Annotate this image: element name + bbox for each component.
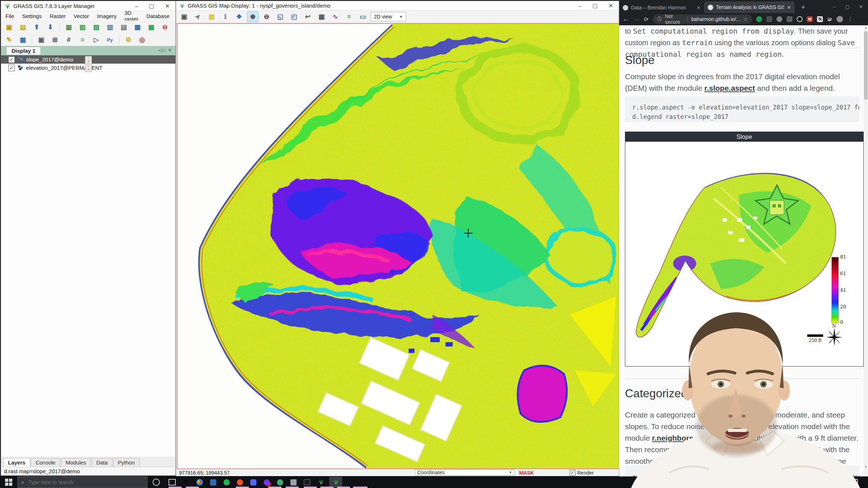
refresh-icon[interactable]: ⟳ bbox=[644, 16, 648, 23]
add-raster-icon[interactable]: ▦ bbox=[63, 22, 75, 33]
puzzle-extensions-icon[interactable]: 🧩︎ bbox=[827, 16, 832, 22]
tab-layers[interactable]: Layers bbox=[3, 458, 30, 467]
pan-icon[interactable]: ❖ bbox=[233, 11, 245, 22]
create-histogram-icon[interactable]: ▭ bbox=[357, 11, 369, 22]
notion-extension-icon[interactable]: N bbox=[817, 16, 823, 22]
zoom-in-icon[interactable]: ⊕ bbox=[247, 11, 259, 22]
gray-extension-icon[interactable] bbox=[776, 16, 782, 22]
add-vector-icon[interactable]: ▧ bbox=[90, 22, 102, 33]
close-icon[interactable]: ✕ bbox=[165, 3, 170, 9]
new-workspace-icon[interactable]: ▤ bbox=[17, 22, 29, 33]
browser-close-icon[interactable]: ✕ bbox=[859, 4, 863, 9]
forward-icon[interactable]: → bbox=[633, 16, 639, 23]
pointer-icon[interactable]: ➤ bbox=[190, 9, 206, 25]
script-icon[interactable]: ≡ bbox=[77, 34, 88, 45]
menu-settings[interactable]: Settings bbox=[22, 13, 42, 19]
taskbar-search[interactable]: ⌕ bbox=[17, 476, 148, 488]
menu-database[interactable]: Database bbox=[146, 13, 170, 19]
windows-start-icon[interactable] bbox=[5, 479, 12, 486]
browser-tab-active[interactable]: Terrain Analysis in GRASS GIS – B ✕ bbox=[704, 1, 795, 13]
select-features-icon[interactable]: ▨ bbox=[206, 11, 217, 22]
browser-minimize-icon[interactable]: – bbox=[833, 4, 836, 9]
layer-row-elevation[interactable]: ✓ elevation_2017@PERMANENT ▫▪ bbox=[1, 64, 175, 72]
search-input[interactable] bbox=[28, 479, 138, 485]
profile-avatar[interactable] bbox=[837, 16, 843, 22]
map-display-titlebar[interactable]: GRASS GIS Map Display: 1 - nyspf_govenor… bbox=[176, 1, 619, 10]
spotify-icon[interactable] bbox=[224, 479, 230, 485]
menu-raster[interactable]: Raster bbox=[50, 13, 65, 19]
green-extension-icon[interactable] bbox=[756, 16, 762, 22]
layer-checkbox[interactable]: ✓ bbox=[8, 56, 15, 63]
tab-close-icon[interactable]: ✕ bbox=[787, 5, 791, 10]
layer-manager-titlebar[interactable]: GRASS GIS 7.8.3 Layer Manager – ▢ ✕ bbox=[1, 1, 175, 11]
layer-checkbox[interactable]: ✓ bbox=[8, 65, 15, 71]
shield-extension-icon[interactable] bbox=[766, 16, 772, 22]
new-tab-icon[interactable]: ＋ bbox=[800, 2, 807, 12]
attribute-table-icon[interactable]: ▦ bbox=[17, 34, 29, 45]
browser-tab-inactive[interactable]: Data – Brendan Harmon ✕ bbox=[619, 2, 704, 13]
bookmark-star-icon[interactable]: ☆ bbox=[743, 16, 748, 22]
raster-map-calculator-icon[interactable]: ▣ bbox=[35, 34, 47, 45]
mapswipe-icon[interactable]: ▷ bbox=[90, 34, 102, 45]
cortana-icon[interactable] bbox=[153, 479, 160, 486]
maximize-icon[interactable]: ▢ bbox=[149, 3, 154, 9]
grass-gis-taskbar-icon-active[interactable] bbox=[329, 477, 342, 488]
view-mode-select[interactable]: 2D view▼ bbox=[371, 12, 406, 21]
layer-opacity-button[interactable]: ▫▪ bbox=[85, 64, 92, 72]
back-icon[interactable]: ← bbox=[623, 16, 629, 23]
tab-python[interactable]: Python bbox=[113, 458, 140, 467]
kebab-menu-icon[interactable]: ⋮ bbox=[847, 16, 853, 22]
add-vector-misc-icon[interactable]: ▨ bbox=[104, 22, 116, 33]
help-lifering-icon[interactable]: ◎ bbox=[136, 34, 148, 45]
discord-icon[interactable] bbox=[250, 479, 256, 485]
graphical-modeler-icon[interactable]: ⊞ bbox=[49, 34, 61, 45]
edit-vector-icon[interactable]: ✎ bbox=[3, 34, 15, 45]
menu-file[interactable]: File bbox=[5, 13, 14, 19]
analyze-map-icon[interactable]: ∿ bbox=[329, 11, 341, 22]
georectifier-icon[interactable]: # bbox=[63, 34, 75, 45]
tab-modules[interactable]: Modules bbox=[61, 458, 91, 467]
scroll-down-icon[interactable]: ▼ bbox=[864, 465, 867, 468]
add-group-icon[interactable]: ▤ bbox=[118, 22, 129, 33]
tab-nav-icons[interactable]: ◁ ▷ ✕ bbox=[158, 47, 172, 53]
menu-3draster[interactable]: 3D raster bbox=[124, 10, 138, 22]
open-workspace-icon[interactable]: ⬆ bbox=[31, 22, 42, 33]
render-display-icon[interactable]: ▣ bbox=[178, 11, 190, 22]
new-display-icon[interactable]: ▣ bbox=[3, 22, 15, 33]
return-zoom-icon[interactable]: ↩ bbox=[302, 11, 314, 22]
add-overlay-icon[interactable]: ▦ bbox=[145, 22, 157, 33]
close-icon[interactable]: ✕ bbox=[608, 3, 613, 9]
address-bar[interactable]: ⓘ Not secure | baharmon.github.io/... ☆ bbox=[653, 14, 752, 24]
scroll-up-icon[interactable]: ▲ bbox=[864, 26, 867, 29]
recorder-app-icon[interactable] bbox=[264, 479, 270, 485]
add-raster-misc-icon[interactable]: ▥ bbox=[77, 22, 88, 33]
minimize-icon[interactable]: – bbox=[579, 3, 582, 9]
zoom-out-icon[interactable]: ⊖ bbox=[261, 11, 272, 22]
tex-app-icon[interactable] bbox=[290, 479, 297, 485]
ubuntu-icon[interactable] bbox=[237, 479, 243, 485]
black-circle-extension-icon[interactable] bbox=[797, 16, 803, 22]
add-overlay-legend-icon[interactable]: ≡ bbox=[343, 11, 355, 22]
minimize-icon[interactable]: – bbox=[135, 3, 138, 9]
render-toggle[interactable]: ✓Render bbox=[570, 470, 594, 476]
menu-imagery[interactable]: Imagery bbox=[97, 13, 116, 19]
zoom-extent-icon[interactable]: ◱ bbox=[275, 11, 286, 22]
terminal-icon[interactable] bbox=[304, 479, 310, 485]
map-canvas[interactable] bbox=[177, 23, 620, 469]
zoom-menu-icon[interactable]: ▦ bbox=[316, 11, 327, 22]
task-view-icon[interactable] bbox=[169, 479, 176, 485]
layer-row-slope[interactable]: ✓ slope_2017@demo ▫▪ bbox=[1, 55, 175, 64]
remove-layer-icon[interactable]: ⊖ bbox=[159, 22, 171, 33]
save-workspace-icon[interactable]: ⬇ bbox=[44, 22, 56, 33]
zoom-region-icon[interactable]: ◰ bbox=[288, 11, 300, 22]
scrollbar-thumb[interactable] bbox=[864, 31, 868, 100]
green-app-icon[interactable] bbox=[277, 479, 283, 485]
calculator-icon[interactable] bbox=[210, 479, 216, 485]
red-m-extension-icon[interactable]: M bbox=[807, 16, 813, 22]
tab-close-icon[interactable]: ✕ bbox=[697, 5, 701, 10]
query-raster-icon[interactable]: ℹ bbox=[220, 11, 231, 22]
maximize-icon[interactable]: ▢ bbox=[592, 3, 597, 9]
tab-data[interactable]: Data bbox=[92, 458, 112, 467]
browser-maximize-icon[interactable]: ▢ bbox=[845, 4, 850, 9]
grass-gis-taskbar-icon[interactable] bbox=[318, 479, 324, 485]
